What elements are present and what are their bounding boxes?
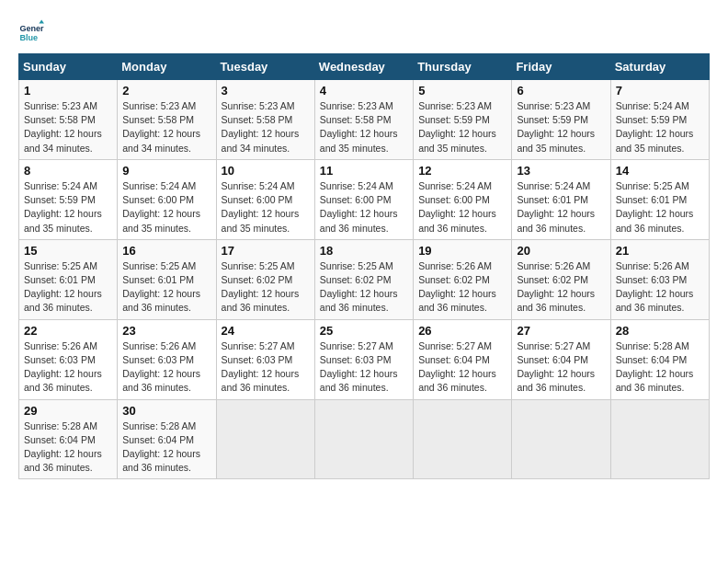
day-number: 7 [616,84,704,98]
day-number: 5 [418,84,506,98]
logo-icon: General Blue [18,18,44,44]
day-detail: Sunrise: 5:28 AMSunset: 6:04 PMDaylight:… [616,340,694,394]
day-number: 6 [517,84,605,98]
day-number: 4 [320,84,408,98]
calendar-cell: 23 Sunrise: 5:26 AMSunset: 6:03 PMDaylig… [118,319,216,399]
calendar-cell: 20 Sunrise: 5:26 AMSunset: 6:02 PMDaylig… [512,239,610,319]
day-number: 15 [24,244,112,258]
day-detail: Sunrise: 5:23 AMSunset: 5:58 PMDaylight:… [122,100,200,154]
col-header-wednesday: Wednesday [314,54,413,80]
calendar-cell: 22 Sunrise: 5:26 AMSunset: 6:03 PMDaylig… [19,319,118,399]
day-detail: Sunrise: 5:24 AMSunset: 6:00 PMDaylight:… [122,180,200,234]
calendar-cell: 24 Sunrise: 5:27 AMSunset: 6:03 PMDaylig… [216,319,314,399]
logo: General Blue [18,18,48,44]
day-detail: Sunrise: 5:24 AMSunset: 6:01 PMDaylight:… [517,180,595,234]
col-header-friday: Friday [512,54,610,80]
calendar-table: SundayMondayTuesdayWednesdayThursdayFrid… [18,53,710,479]
page-header: General Blue [18,18,710,44]
calendar-cell [610,399,709,479]
day-detail: Sunrise: 5:28 AMSunset: 6:04 PMDaylight:… [122,420,200,474]
day-number: 23 [122,324,210,338]
day-number: 1 [24,84,112,98]
day-detail: Sunrise: 5:23 AMSunset: 5:58 PMDaylight:… [320,100,398,154]
col-header-tuesday: Tuesday [216,54,314,80]
day-number: 13 [517,164,605,178]
day-number: 12 [418,164,506,178]
day-number: 26 [418,324,506,338]
day-detail: Sunrise: 5:23 AMSunset: 5:59 PMDaylight:… [517,100,595,154]
svg-text:Blue: Blue [19,33,38,42]
day-number: 18 [320,244,408,258]
day-detail: Sunrise: 5:25 AMSunset: 6:01 PMDaylight:… [24,260,102,314]
calendar-cell: 14 Sunrise: 5:25 AMSunset: 6:01 PMDaylig… [610,159,709,239]
day-detail: Sunrise: 5:25 AMSunset: 6:02 PMDaylight:… [222,260,300,314]
day-number: 14 [616,164,704,178]
calendar-cell: 21 Sunrise: 5:26 AMSunset: 6:03 PMDaylig… [610,239,709,319]
calendar-cell: 3 Sunrise: 5:23 AMSunset: 5:58 PMDayligh… [216,80,314,160]
day-number: 27 [517,324,605,338]
col-header-thursday: Thursday [414,54,512,80]
calendar-cell: 1 Sunrise: 5:23 AMSunset: 5:58 PMDayligh… [19,80,118,160]
day-detail: Sunrise: 5:26 AMSunset: 6:02 PMDaylight:… [517,260,595,314]
day-detail: Sunrise: 5:27 AMSunset: 6:04 PMDaylight:… [517,340,595,394]
calendar-cell: 16 Sunrise: 5:25 AMSunset: 6:01 PMDaylig… [118,239,216,319]
day-number: 3 [222,84,310,98]
calendar-cell: 4 Sunrise: 5:23 AMSunset: 5:58 PMDayligh… [314,80,413,160]
day-number: 2 [122,84,210,98]
svg-text:General: General [19,24,44,33]
calendar-cell: 26 Sunrise: 5:27 AMSunset: 6:04 PMDaylig… [414,319,512,399]
day-number: 8 [24,164,112,178]
calendar-cell: 10 Sunrise: 5:24 AMSunset: 6:00 PMDaylig… [216,159,314,239]
day-detail: Sunrise: 5:25 AMSunset: 6:02 PMDaylight:… [320,260,398,314]
day-detail: Sunrise: 5:26 AMSunset: 6:03 PMDaylight:… [24,340,102,394]
calendar-cell: 27 Sunrise: 5:27 AMSunset: 6:04 PMDaylig… [512,319,610,399]
day-detail: Sunrise: 5:25 AMSunset: 6:01 PMDaylight:… [122,260,200,314]
day-number: 30 [122,404,210,418]
calendar-cell: 8 Sunrise: 5:24 AMSunset: 5:59 PMDayligh… [19,159,118,239]
day-detail: Sunrise: 5:24 AMSunset: 6:00 PMDaylight:… [418,180,496,234]
calendar-cell: 11 Sunrise: 5:24 AMSunset: 6:00 PMDaylig… [314,159,413,239]
day-detail: Sunrise: 5:27 AMSunset: 6:03 PMDaylight:… [222,340,300,394]
calendar-cell: 28 Sunrise: 5:28 AMSunset: 6:04 PMDaylig… [610,319,709,399]
calendar-cell: 15 Sunrise: 5:25 AMSunset: 6:01 PMDaylig… [19,239,118,319]
day-number: 28 [616,324,704,338]
day-detail: Sunrise: 5:26 AMSunset: 6:03 PMDaylight:… [122,340,200,394]
day-detail: Sunrise: 5:25 AMSunset: 6:01 PMDaylight:… [616,180,694,234]
day-number: 11 [320,164,408,178]
col-header-monday: Monday [118,54,216,80]
day-detail: Sunrise: 5:24 AMSunset: 6:00 PMDaylight:… [222,180,300,234]
calendar-cell: 7 Sunrise: 5:24 AMSunset: 5:59 PMDayligh… [610,80,709,160]
calendar-cell [216,399,314,479]
day-number: 29 [24,404,112,418]
day-detail: Sunrise: 5:26 AMSunset: 6:02 PMDaylight:… [418,260,496,314]
calendar-cell [512,399,610,479]
day-detail: Sunrise: 5:27 AMSunset: 6:04 PMDaylight:… [418,340,496,394]
day-detail: Sunrise: 5:24 AMSunset: 5:59 PMDaylight:… [616,100,694,154]
day-detail: Sunrise: 5:24 AMSunset: 6:00 PMDaylight:… [320,180,398,234]
day-number: 24 [222,324,310,338]
calendar-cell: 5 Sunrise: 5:23 AMSunset: 5:59 PMDayligh… [414,80,512,160]
day-number: 16 [122,244,210,258]
calendar-cell: 25 Sunrise: 5:27 AMSunset: 6:03 PMDaylig… [314,319,413,399]
day-detail: Sunrise: 5:23 AMSunset: 5:58 PMDaylight:… [222,100,300,154]
day-number: 17 [222,244,310,258]
calendar-cell: 19 Sunrise: 5:26 AMSunset: 6:02 PMDaylig… [414,239,512,319]
day-number: 25 [320,324,408,338]
calendar-cell: 9 Sunrise: 5:24 AMSunset: 6:00 PMDayligh… [118,159,216,239]
day-detail: Sunrise: 5:23 AMSunset: 5:58 PMDaylight:… [24,100,102,154]
day-detail: Sunrise: 5:24 AMSunset: 5:59 PMDaylight:… [24,180,102,234]
col-header-saturday: Saturday [610,54,709,80]
col-header-sunday: Sunday [19,54,118,80]
day-number: 19 [418,244,506,258]
calendar-cell: 30 Sunrise: 5:28 AMSunset: 6:04 PMDaylig… [118,399,216,479]
calendar-cell: 13 Sunrise: 5:24 AMSunset: 6:01 PMDaylig… [512,159,610,239]
day-number: 21 [616,244,704,258]
calendar-cell: 12 Sunrise: 5:24 AMSunset: 6:00 PMDaylig… [414,159,512,239]
calendar-cell: 6 Sunrise: 5:23 AMSunset: 5:59 PMDayligh… [512,80,610,160]
day-number: 10 [222,164,310,178]
calendar-cell: 29 Sunrise: 5:28 AMSunset: 6:04 PMDaylig… [19,399,118,479]
day-number: 9 [122,164,210,178]
day-detail: Sunrise: 5:28 AMSunset: 6:04 PMDaylight:… [24,420,102,474]
calendar-cell: 18 Sunrise: 5:25 AMSunset: 6:02 PMDaylig… [314,239,413,319]
calendar-cell: 17 Sunrise: 5:25 AMSunset: 6:02 PMDaylig… [216,239,314,319]
